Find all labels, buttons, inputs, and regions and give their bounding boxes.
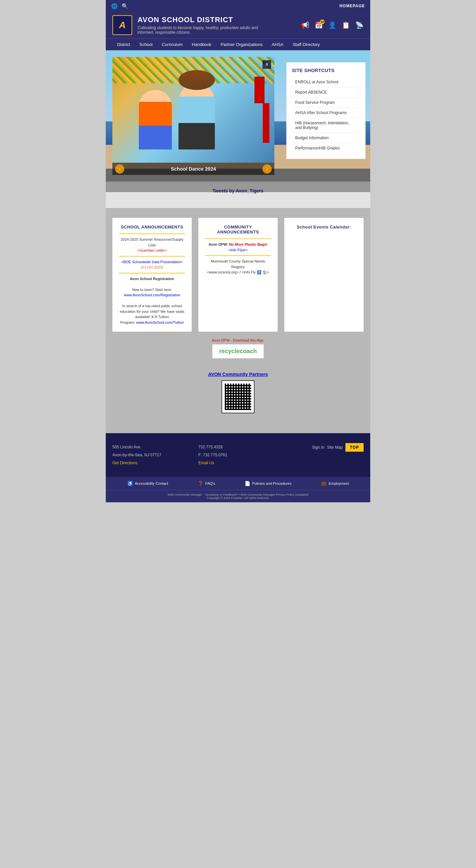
header-icons: 📢 📅 10 👤 📋 📡 bbox=[301, 21, 363, 29]
registration-link[interactable]: www.AvonSchool.com/Registration bbox=[124, 293, 180, 297]
top-button[interactable]: TOP bbox=[345, 443, 363, 452]
faq-label: FAQ's bbox=[205, 482, 215, 486]
site-map-link[interactable]: Site Map bbox=[327, 445, 343, 450]
bottom-nav-employment[interactable]: 💼 Employment bbox=[321, 481, 349, 486]
community-divider-1 bbox=[205, 239, 271, 239]
community-divider-2 bbox=[205, 255, 271, 256]
info-flyer-link[interactable]: <Info Flyer> bbox=[228, 248, 248, 252]
announcements-grid: SCHOOL ANNOUNCEMENTS 2024-2025 Summer Re… bbox=[113, 218, 363, 332]
translate-icon[interactable]: 🌐 bbox=[111, 3, 118, 9]
feedback-text: Questions or Feedback? • Web Community M… bbox=[205, 493, 309, 496]
shortcut-enroll[interactable]: ENROLL at Avon School bbox=[292, 77, 360, 87]
employment-label: Employment bbox=[328, 482, 349, 486]
person-left bbox=[139, 90, 172, 150]
alert-icon[interactable]: 📢 bbox=[301, 21, 309, 29]
accessibility-label: Accessibility Contact bbox=[135, 482, 168, 486]
fax-number: F: 732.775.0761 bbox=[198, 451, 278, 459]
community-item-1: Avon DPW: No More Plastic Bags! <Info Fl… bbox=[205, 242, 271, 253]
slideshow: ⏸ ‹ School Dance 2024 › bbox=[113, 57, 274, 175]
logo-letter: A bbox=[119, 20, 126, 30]
slideshow-prev-button[interactable]: ‹ bbox=[115, 164, 124, 174]
homepage-label[interactable]: HOMEPAGE bbox=[340, 4, 365, 8]
supply-lists-text: 2024-2025 Summer Resources/Supply Lists bbox=[121, 238, 184, 247]
footer-address: 505 Lincoln Ave. Avon-by-the-Sea, NJ 077… bbox=[113, 443, 192, 467]
slideshow-image bbox=[113, 57, 274, 163]
shortcut-hib[interactable]: HIB (Harassment, Intimidation, and Bully… bbox=[292, 118, 360, 133]
address-line2: Avon-by-the-Sea, NJ 07717 bbox=[113, 451, 192, 459]
nav-item-curriculum[interactable]: Curriculum bbox=[157, 39, 187, 50]
qr-code bbox=[221, 380, 255, 413]
nav-item-district[interactable]: District bbox=[113, 39, 135, 50]
tweets-link[interactable]: Tweets by Avon_Tigers bbox=[213, 188, 263, 193]
faq-icon: ❓ bbox=[198, 481, 203, 486]
accessibility-icon: ♿ bbox=[127, 481, 133, 486]
nav-item-partner-orgs[interactable]: Partner Organizations bbox=[216, 39, 267, 50]
registration-heading: Avon School Registration bbox=[130, 277, 174, 281]
nav-item-staff-dir[interactable]: Staff Directory bbox=[288, 39, 324, 50]
shortcut-ahsa-programs[interactable]: AHSA After School Programs bbox=[292, 108, 360, 118]
boe-date: (11 Oct 2023) bbox=[141, 265, 163, 269]
top-bar-left: 🌐 🔍 bbox=[111, 3, 128, 9]
qr-code-inner bbox=[225, 383, 251, 410]
slideshow-caption: ‹ School Dance 2024 › bbox=[113, 163, 274, 175]
partners-link[interactable]: AVON Community Partners bbox=[208, 372, 268, 377]
school-announcement-2: <BOE Schoolwide Data Presentation> (11 O… bbox=[119, 259, 185, 270]
tuition-link[interactable]: www.AvonSchool.com/Tuition bbox=[136, 320, 184, 324]
shortcut-absence[interactable]: Report ABSENCE bbox=[292, 87, 360, 97]
calendar-icon[interactable]: 📅 10 bbox=[315, 21, 323, 29]
person-right bbox=[179, 83, 215, 150]
footer: 505 Lincoln Ave. Avon-by-the-Sea, NJ 077… bbox=[106, 433, 370, 477]
search-icon[interactable]: 🔍 bbox=[122, 3, 128, 9]
hero-section: ⏸ ‹ School Dance 2024 › SITE SHORTCUTS E… bbox=[106, 50, 370, 208]
recycle-logo[interactable]: recyclecoach bbox=[212, 344, 264, 359]
main-content: SCHOOL ANNOUNCEMENTS 2024-2025 Summer Re… bbox=[106, 208, 370, 433]
nav-item-handbook[interactable]: Handbook bbox=[187, 39, 216, 50]
school-logo: A bbox=[113, 15, 132, 35]
top-bar: 🌐 🔍 HOMEPAGE bbox=[106, 0, 370, 12]
nav-item-school[interactable]: School bbox=[135, 39, 157, 50]
web-manager-label: Web Community Manager bbox=[167, 493, 202, 496]
email-link[interactable]: Email Us bbox=[198, 461, 214, 465]
recycle-label: Avon DPW - Download this App: bbox=[119, 338, 357, 342]
shortcut-budget[interactable]: Budget Information bbox=[292, 133, 360, 143]
site-header: A AVON SCHOOL DISTRICT Cultivating stude… bbox=[106, 12, 370, 38]
footer-actions: Sign In Site Map TOP bbox=[284, 443, 363, 452]
school-announcements-divider bbox=[119, 234, 185, 234]
rss-icon[interactable]: 📡 bbox=[355, 21, 363, 29]
recycle-section: Avon DPW - Download this App: recyclecoa… bbox=[113, 332, 363, 365]
dpw-prefix: Avon DPW: bbox=[209, 242, 229, 246]
registration-desc: In search of a top-rated public school e… bbox=[120, 304, 184, 319]
extinguisher bbox=[263, 103, 269, 143]
guardian-letter-link[interactable]: <Guardian Letter> bbox=[137, 248, 167, 252]
school-events-card: School Events Calendar: bbox=[284, 218, 363, 332]
school-divider-3 bbox=[119, 273, 185, 274]
boe-presentation-link[interactable]: <BOE Schoolwide Data Presentation> bbox=[121, 260, 183, 264]
school-name: AVON SCHOOL DISTRICT bbox=[137, 16, 296, 24]
main-nav: District School Curriculum Handbook Part… bbox=[106, 38, 370, 50]
user-icon[interactable]: 👤 bbox=[328, 21, 337, 29]
bottom-nav-faq[interactable]: ❓ FAQ's bbox=[198, 481, 215, 486]
nav-item-ahsa[interactable]: AHSA bbox=[267, 39, 288, 50]
policies-icon: 📄 bbox=[245, 481, 250, 486]
bottom-nav: ♿ Accessibility Contact ❓ FAQ's 📄 Polici… bbox=[106, 477, 370, 490]
school-announcement-1: 2024-2025 Summer Resources/Supply Lists … bbox=[119, 237, 185, 253]
community-announcements-title: COMMUNITY ANNOUNCEMENTS bbox=[205, 224, 271, 235]
school-events-title: School Events Calendar: bbox=[291, 224, 357, 229]
get-directions-link[interactable]: Get Directions bbox=[113, 461, 137, 465]
bottom-nav-accessibility[interactable]: ♿ Accessibility Contact bbox=[127, 481, 168, 486]
tweets-section: Tweets by Avon_Tigers bbox=[106, 182, 370, 208]
bottom-nav-policies[interactable]: 📄 Policies and Procedures bbox=[245, 481, 291, 486]
very-bottom-bar: Web Community Manager Questions or Feedb… bbox=[106, 490, 370, 502]
footer-content: 505 Lincoln Ave. Avon-by-the-Sea, NJ 077… bbox=[113, 443, 363, 467]
shortcut-food-service[interactable]: Food Service Program bbox=[292, 97, 360, 108]
slideshow-pause-button[interactable]: ⏸ bbox=[262, 60, 271, 69]
sign-element bbox=[255, 77, 264, 103]
clipboard-icon[interactable]: 📋 bbox=[342, 21, 350, 29]
slideshow-next-button[interactable]: › bbox=[262, 164, 272, 174]
school-announcements-title: SCHOOL ANNOUNCEMENTS bbox=[119, 224, 185, 229]
footer-contact: 732.775.4328 F: 732.775.0761 Email Us bbox=[198, 443, 278, 467]
calendar-badge: 10 bbox=[320, 20, 325, 24]
hero-inner: ⏸ ‹ School Dance 2024 › SITE SHORTCUTS E… bbox=[106, 50, 370, 182]
sign-in-link[interactable]: Sign In bbox=[312, 445, 324, 450]
shortcut-performance[interactable]: Performance/HIB Grades bbox=[292, 143, 360, 153]
